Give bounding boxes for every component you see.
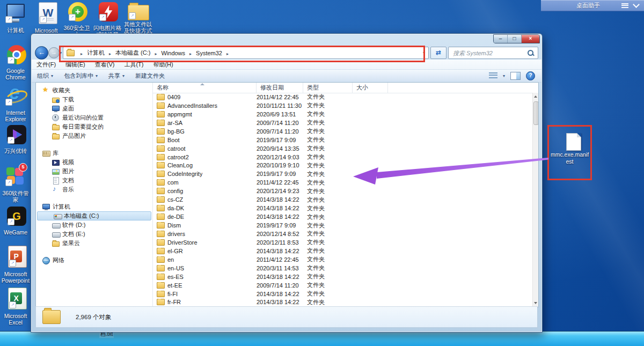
file-row[interactable]: config2020/12/14 9:23文件夹 [153, 187, 533, 195]
views-dropdown-icon[interactable]: ▾ [503, 73, 505, 78]
breadcrumb-item[interactable]: 计算机 [86, 49, 106, 57]
file-row[interactable]: DriverStore2020/12/11 8:53文件夹 [153, 238, 533, 247]
desktop-icon[interactable]: 360安全卫士 [62, 2, 92, 38]
column-header-date[interactable]: 修改日期 [257, 83, 303, 93]
sidebar-item[interactable]: 下载 [36, 95, 152, 104]
menu-item[interactable]: 工具(T) [119, 61, 148, 69]
file-row[interactable]: da-DK2014/3/18 14:22文件夹 [153, 204, 533, 212]
file-row[interactable]: ar-SA2009/7/14 11:20文件夹 [153, 119, 533, 127]
file-row[interactable]: bg-BG2009/7/14 11:20文件夹 [153, 127, 533, 136]
toolbar-button[interactable]: 包含到库中▾ [58, 72, 103, 80]
scroll-up-icon[interactable] [533, 93, 538, 100]
desktop-icon[interactable]: Internet Explorer [1, 85, 31, 122]
breadcrumb-item[interactable]: 本地磁盘 (C:) [114, 49, 151, 57]
sidebar-item[interactable]: 视频 [36, 158, 152, 167]
desktop-icon[interactable]: 计算机 [1, 2, 31, 33]
file-row[interactable]: Dism2019/9/17 9:09文件夹 [153, 221, 533, 230]
breadcrumb-separator[interactable] [106, 50, 114, 56]
sidebar-item[interactable]: 本地磁盘 (C:) [37, 211, 151, 220]
file-row[interactable]: el-GR2014/3/18 14:22文件夹 [153, 247, 533, 255]
toolbar-button[interactable]: 组织▾ [32, 72, 58, 80]
views-icon[interactable] [489, 72, 497, 79]
back-button[interactable]: ← [35, 46, 48, 60]
file-row[interactable]: es-ES2014/3/18 14:22文件夹 [153, 273, 533, 281]
search-input[interactable] [449, 50, 527, 56]
desktop-icon[interactable]: WeGame [1, 207, 31, 235]
file-row[interactable]: catroot2020/9/14 13:35文件夹 [153, 144, 533, 153]
sidebar-item[interactable]: 图片 [36, 167, 152, 176]
menu-item[interactable]: 查看(V) [90, 61, 120, 69]
sidebar-item[interactable]: 最近访问的位置 [36, 113, 152, 122]
sidebar-item[interactable]: 坚果云 [36, 239, 152, 248]
file-row[interactable]: appmgmt2020/6/9 13:51文件夹 [153, 110, 533, 119]
desktop-icon[interactable]: 5360软件管家 [1, 165, 31, 203]
vertical-scrollbar[interactable] [532, 93, 538, 307]
address-dropdown-icon[interactable]: ▾ [423, 50, 425, 55]
desktop-icon[interactable]: Google Chrome [1, 45, 31, 80]
desktop-icon[interactable]: 其他文件以及快捷方式 [123, 2, 153, 34]
help-icon[interactable]: ? [526, 71, 535, 80]
file-row[interactable]: Boot2019/9/17 9:09文件夹 [153, 136, 533, 144]
sidebar-section-0[interactable]: 收藏夹 [36, 86, 152, 95]
sidebar-item[interactable]: 每日需要提交的 [36, 122, 152, 131]
breadcrumb-separator[interactable] [223, 50, 232, 56]
sidebar-section-1[interactable]: 库 [36, 149, 152, 158]
file-row[interactable]: catroot22020/12/14 9:03文件夹 [153, 153, 533, 161]
sidebar-item[interactable]: 音乐 [36, 185, 152, 194]
close-button[interactable]: × [522, 35, 539, 43]
toolbar-button[interactable]: 共享▾ [103, 72, 130, 80]
preview-pane-icon[interactable] [510, 72, 521, 80]
file-row[interactable]: fi-FI2014/3/18 14:22文件夹 [153, 290, 533, 298]
column-header-size[interactable]: 大小 [353, 83, 388, 93]
sidebar-item[interactable]: 桌面 [36, 104, 152, 113]
file-row[interactable]: fr-FR2014/3/18 14:22文件夹 [153, 298, 533, 307]
file-date: 2020/3/11 14:53 [257, 265, 303, 271]
file-name-cell: bg-BG [153, 128, 257, 135]
menu-item[interactable]: 文件(F) [32, 61, 61, 69]
file-row[interactable]: cs-CZ2014/3/18 14:22文件夹 [153, 195, 533, 204]
breadcrumb-separator[interactable] [151, 50, 160, 56]
file-row[interactable]: drivers2020/12/14 8:52文件夹 [153, 230, 533, 238]
hamburger-icon[interactable] [621, 3, 628, 8]
scroll-down-icon[interactable] [533, 299, 538, 307]
file-row[interactable]: com2011/4/12 22:45文件夹 [153, 178, 533, 187]
file-row[interactable]: CodeIntegrity2019/9/17 9:09文件夹 [153, 170, 533, 178]
desktop-icon[interactable]: 闪电图片格式转换器 [92, 2, 122, 38]
forward-button[interactable]: → [48, 47, 60, 58]
maximize-button[interactable]: □ [508, 35, 522, 43]
sidebar-section-3[interactable]: 网络 [36, 256, 152, 265]
sidebar-item[interactable]: 文档 (E:) [36, 230, 152, 239]
minimize-button[interactable]: – [494, 35, 508, 43]
breadcrumb-item[interactable]: Windows [160, 50, 186, 56]
file-row[interactable]: 04092011/4/12 22:45文件夹 [153, 93, 533, 101]
sidebar-item[interactable]: 文档 [36, 176, 152, 185]
menu-item[interactable]: 编辑(E) [61, 61, 90, 69]
file-row[interactable]: CleanLog2020/10/19 9:10文件夹 [153, 161, 533, 170]
manifest-file-icon[interactable]: mmc.exe.manifest [547, 125, 592, 180]
address-bar[interactable]: 计算机本地磁盘 (C:)WindowsSystem32 ▾ [63, 47, 429, 59]
history-dropdown-icon[interactable]: ▾ [60, 50, 62, 55]
column-header-type[interactable]: 类型 [303, 83, 353, 93]
file-row[interactable]: en2011/4/12 22:45文件夹 [153, 255, 533, 264]
scrollbar-thumb[interactable] [533, 101, 538, 125]
column-header-name[interactable]: 名称 [153, 83, 257, 93]
menu-item[interactable]: 帮助(H) [148, 61, 178, 69]
sidebar-section-2[interactable]: 计算机 [36, 202, 152, 211]
chevron-down-icon[interactable] [633, 1, 640, 8]
breadcrumb-item[interactable]: System32 [195, 50, 223, 56]
breadcrumb-separator[interactable] [186, 50, 195, 56]
desktop-icon[interactable]: 万兴优转 [1, 125, 31, 154]
toolbar-button[interactable]: 新建文件夹 [130, 72, 170, 80]
file-row[interactable]: de-DE2014/3/18 14:22文件夹 [153, 212, 533, 221]
file-row[interactable]: AdvancedInstallers2010/11/21 11:30文件夹 [153, 101, 533, 110]
desktop-icon[interactable]: Microsoft Powerpoint [1, 246, 31, 284]
column-headers: 名称 修改日期 类型 大小 [153, 83, 538, 93]
sidebar-item[interactable]: 软件 (D:) [36, 220, 152, 230]
search-icon[interactable] [527, 49, 535, 57]
refresh-button[interactable] [430, 47, 447, 59]
desktop-icon[interactable]: Microsoft Excel [1, 288, 31, 326]
file-row[interactable]: en-US2020/3/11 14:53文件夹 [153, 264, 533, 273]
file-row[interactable]: et-EE2009/7/14 11:20文件夹 [153, 281, 533, 290]
file-name-cell: CleanLog [153, 162, 257, 168]
sidebar-item[interactable]: 产品图片 [36, 131, 152, 141]
